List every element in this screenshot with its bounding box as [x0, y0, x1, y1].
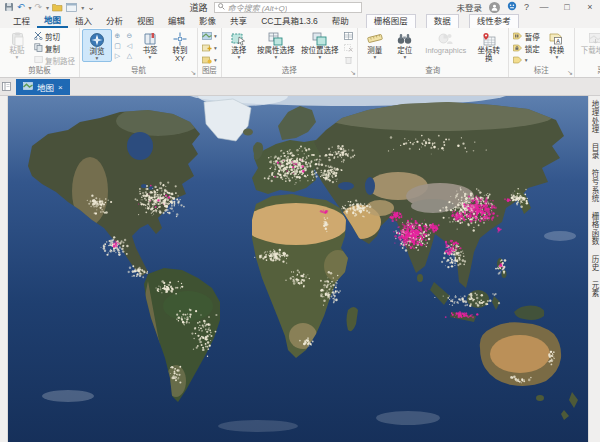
ribbon-tab-raster-layer[interactable]: 栅格图层 — [366, 14, 416, 28]
add-data-icon — [202, 44, 212, 54]
ribbon-tab-imagery[interactable]: 影像 — [192, 15, 223, 28]
contents-pane-collapsed-icon[interactable] — [0, 77, 12, 95]
open-project-icon[interactable] — [52, 1, 63, 13]
close-map-tab-icon[interactable]: × — [58, 83, 63, 92]
minimize-button[interactable]: — — [536, 1, 552, 14]
undo-icon[interactable]: ↶ — [17, 1, 25, 13]
ribbon-tab-data[interactable]: 数据 — [426, 14, 459, 28]
navigate-dialog-launcher-icon[interactable]: ↘ — [190, 69, 196, 76]
pause-labeling-button[interactable]: 暂停 — [511, 31, 542, 42]
user-avatar[interactable] — [489, 2, 500, 13]
cut-button[interactable]: 剪切 — [32, 31, 77, 42]
undo-caret-icon[interactable]: ▾ — [29, 4, 32, 11]
search-placeholder: 命令搜索 (Alt+Q) — [228, 2, 288, 13]
ribbon-tab-cc-toolbox[interactable]: CC工具箱1.3.6 — [254, 15, 325, 28]
copy-icon — [34, 43, 43, 54]
maximize-button[interactable]: □ — [559, 1, 575, 14]
select-by-attributes-icon — [268, 30, 283, 47]
ribbon-group-navigate: 浏览 ▾ ⊕ ⊖ ▢ ◁ ▷ △ 书签 ▾ — [80, 28, 198, 77]
ribbon-tab-linear-referencing[interactable]: 线性参考 — [469, 14, 519, 28]
paste-button[interactable]: 粘贴 ▾ — [2, 29, 32, 60]
more-labeling-button[interactable]: ▾ — [511, 55, 542, 66]
redo-caret-icon[interactable]: ▾ — [46, 4, 49, 11]
label-tag-icon — [513, 56, 523, 66]
map-view-tab[interactable]: 地图 × — [16, 79, 70, 95]
fixed-zoom-in-icon[interactable]: ⊖ — [124, 31, 135, 40]
collapsed-pane-tab-5[interactable]: 元素 — [589, 281, 600, 298]
selection-dialog-launcher-icon[interactable]: ↘ — [350, 69, 356, 76]
select-by-location-button[interactable]: 按位置选择 ▾ — [298, 29, 342, 60]
infographics-icon — [438, 30, 453, 47]
select-icon — [231, 30, 246, 47]
navigation-zoom-buttons: ⊕ ⊖ ▢ ◁ ▷ △ — [112, 29, 135, 60]
previous-extent-icon[interactable]: ◁ — [124, 41, 135, 50]
collapsed-pane-tab-4[interactable]: 历史 — [589, 255, 600, 272]
collapsed-pane-tab-0[interactable]: 地理处理 — [589, 100, 600, 134]
basemap-icon — [202, 32, 212, 42]
svg-text:A: A — [556, 38, 560, 44]
help-icon[interactable]: ? — [524, 2, 529, 12]
add-preset-button[interactable]: ▾ — [200, 55, 219, 66]
select-button[interactable]: 选择 ▾ — [224, 29, 254, 60]
ribbon-tab-map[interactable]: 地图 — [37, 14, 68, 28]
locate-button[interactable]: 定位 ▾ — [390, 29, 420, 60]
ribbon-tab-help[interactable]: 帮助 — [325, 15, 356, 28]
zoom-selection-icon[interactable]: ▢ — [112, 41, 123, 50]
convert-coordinates-button[interactable]: 坐标转换 — [472, 29, 506, 63]
ribbon-group-clipboard: 粘贴 ▾ 剪切 复制 复制路径 剪贴板 — [0, 28, 80, 77]
infographics-button[interactable]: Infographics — [420, 29, 472, 55]
ribbon-tab-view[interactable]: 视图 — [130, 15, 161, 28]
ribbon-tab-share[interactable]: 共享 — [223, 15, 254, 28]
explore-button[interactable]: 浏览 ▾ — [82, 29, 112, 62]
delete-icon — [344, 56, 353, 66]
download-map-icon — [588, 30, 600, 47]
ribbon-group-selection: 选择 ▾ 按属性选择 ▾ 按位置选择 ▾ — [222, 28, 358, 77]
copy-path-button[interactable]: 复制路径 — [32, 55, 77, 66]
collapsed-pane-tab-3[interactable]: 栅格函数 — [589, 212, 600, 246]
ribbon-group-offline: 下载地图 ▾ ▾ 离线 ↘ — [575, 28, 600, 77]
ribbon-tab-analysis[interactable]: 分析 — [99, 15, 130, 28]
attribute-table-button[interactable] — [342, 31, 355, 42]
go-to-xy-icon — [173, 30, 187, 47]
command-search-input[interactable]: 命令搜索 (Alt+Q) — [214, 2, 362, 13]
save-icon[interactable] — [4, 1, 14, 13]
collapsed-pane-tab-2[interactable]: 符号系统 — [589, 169, 600, 203]
ribbon-tab-project[interactable]: 工程 — [6, 15, 37, 28]
delete-selected-button[interactable] — [342, 55, 355, 66]
title-bar: ↶▾ ↷▾ ▾ ⌄ 道路 命令搜索 (Alt+Q) 未登录 ? — □ × — [0, 0, 600, 14]
select-by-attributes-button[interactable]: 按属性选择 ▾ — [254, 29, 298, 60]
go-to-xy-button[interactable]: 转到 XY — [165, 29, 195, 63]
bookmarks-button[interactable]: 书签 ▾ — [135, 29, 165, 60]
ribbon-group-inquiry: 测量 ▾ 定位 ▾ Infographics 坐标转换 — [358, 28, 509, 77]
clear-selection-button[interactable] — [342, 43, 355, 54]
next-extent-icon[interactable]: ▷ — [112, 51, 123, 60]
ribbon-tab-edit[interactable]: 编辑 — [161, 15, 192, 28]
convert-labels-button[interactable]: A 转换 ▾ — [542, 29, 572, 60]
measure-button[interactable]: 测量 ▾ — [360, 29, 390, 60]
search-icon — [218, 2, 225, 12]
labeling-dialog-launcher-icon[interactable]: ↘ — [567, 69, 573, 76]
download-map-button[interactable]: 下载地图 — [577, 29, 600, 55]
left-dock-strip — [0, 96, 8, 442]
redo-icon[interactable]: ↷ — [35, 1, 43, 13]
zoom-scale-icon[interactable]: △ — [124, 51, 135, 60]
basemap-button[interactable]: ▾ — [200, 31, 219, 42]
add-data-button[interactable]: ▾ — [200, 43, 219, 54]
close-button[interactable]: × — [582, 1, 598, 14]
new-map-icon[interactable] — [66, 1, 77, 13]
world-satellite-map — [8, 96, 588, 442]
customize-qat-icon[interactable]: ⌄ — [87, 1, 95, 13]
sign-in-status[interactable]: 未登录 — [456, 1, 482, 13]
copy-button[interactable]: 复制 — [32, 43, 77, 54]
lock-icon — [513, 44, 523, 54]
new-map-caret-icon[interactable]: ▾ — [81, 4, 84, 11]
bookmarks-icon — [143, 30, 157, 47]
map-canvas[interactable] — [8, 96, 588, 442]
notifications-icon[interactable] — [507, 1, 517, 13]
copy-path-icon — [34, 55, 43, 66]
zoom-full-extent-icon[interactable]: ⊕ — [112, 31, 123, 40]
lock-labels-button[interactable]: 锁定 — [511, 43, 542, 54]
collapsed-pane-tab-1[interactable]: 目录 — [589, 143, 600, 160]
project-title: 道路 — [190, 1, 208, 14]
ribbon-tab-insert[interactable]: 插入 — [68, 15, 99, 28]
